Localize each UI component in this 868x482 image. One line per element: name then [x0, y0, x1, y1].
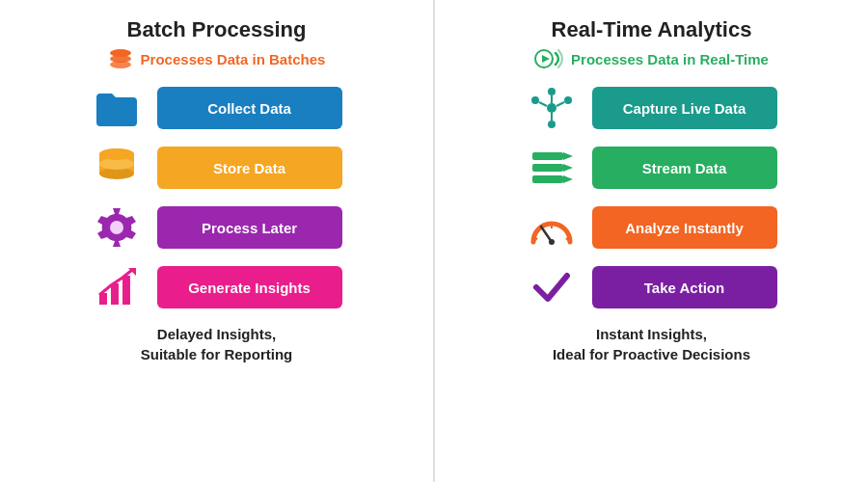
step-action: Take Action [527, 262, 777, 312]
step-process: Process Later [92, 202, 342, 253]
database-icon [92, 143, 142, 193]
svg-point-2 [110, 49, 131, 57]
generate-insights-button[interactable]: Generate Insights [157, 266, 342, 308]
folder-icon [92, 83, 142, 133]
stream-icon [527, 143, 577, 193]
left-panel-title: Batch Processing [127, 17, 307, 42]
svg-point-16 [548, 88, 556, 95]
left-footer: Delayed Insights, Suitable for Reporting [141, 324, 293, 364]
capture-live-data-button[interactable]: Capture Live Data [592, 87, 777, 129]
step-stream: Stream Data [527, 143, 777, 193]
svg-point-7 [99, 148, 134, 160]
svg-rect-26 [532, 164, 563, 172]
step-collect: Collect Data [92, 83, 342, 133]
take-action-button[interactable]: Take Action [592, 266, 777, 308]
right-panel-title: Real-Time Analytics [552, 17, 752, 42]
gear-icon [92, 202, 142, 253]
svg-point-15 [547, 103, 556, 113]
svg-point-18 [531, 96, 539, 104]
realtime-icon [534, 48, 563, 69]
collect-data-button[interactable]: Collect Data [157, 87, 342, 129]
svg-point-8 [110, 221, 123, 234]
step-analyze: Analyze Instantly [527, 202, 777, 253]
realtime-analytics-panel: Real-Time Analytics Processes Data in Re… [435, 0, 868, 482]
stream-data-button[interactable]: Stream Data [592, 147, 777, 189]
batch-processing-panel: Batch Processing Processes Data in Batch… [0, 0, 435, 482]
chart-icon [92, 262, 142, 312]
svg-point-34 [549, 239, 555, 245]
analyze-instantly-button[interactable]: Analyze Instantly [592, 206, 777, 249]
svg-marker-25 [563, 152, 573, 160]
right-panel-subtitle: Processes Data in Real-Time [534, 48, 769, 69]
svg-rect-11 [122, 276, 130, 305]
process-later-button[interactable]: Process Later [157, 206, 342, 249]
svg-line-23 [556, 102, 564, 106]
svg-marker-14 [542, 55, 550, 63]
check-icon [527, 262, 577, 312]
batch-icon [108, 48, 133, 69]
svg-rect-10 [111, 283, 119, 305]
svg-rect-24 [532, 152, 563, 160]
step-insights: Generate Insights [92, 262, 342, 312]
right-steps: Capture Live Data Stream Data [454, 83, 849, 312]
store-data-button[interactable]: Store Data [157, 147, 342, 189]
svg-marker-27 [563, 164, 573, 172]
step-capture: Capture Live Data [527, 83, 777, 133]
svg-point-19 [564, 96, 572, 104]
right-footer: Instant Insights, Ideal for Proactive De… [553, 324, 750, 364]
svg-rect-28 [532, 175, 563, 183]
left-steps: Collect Data Store Data [19, 83, 414, 312]
svg-marker-29 [563, 175, 573, 183]
gauge-icon [527, 202, 577, 253]
svg-line-22 [539, 102, 547, 106]
svg-point-17 [548, 120, 556, 128]
network-icon [527, 83, 577, 133]
step-store: Store Data [92, 143, 342, 193]
left-panel-subtitle: Processes Data in Batches [108, 48, 326, 69]
